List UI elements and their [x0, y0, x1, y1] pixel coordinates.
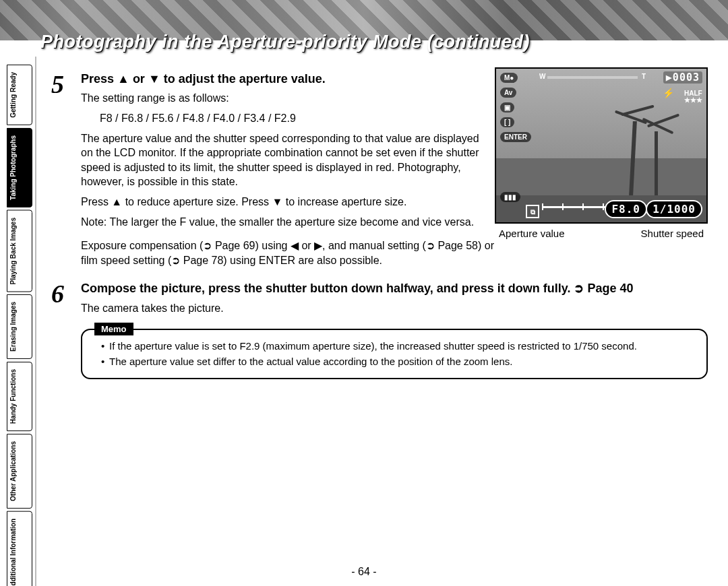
step-6-heading: Compose the picture, press the shutter b…	[81, 281, 688, 296]
page-number: - 64 -	[0, 566, 728, 578]
memo-list: If the aperture value is set to F2.9 (ma…	[101, 339, 694, 368]
divider	[35, 57, 36, 586]
tab-other-applications[interactable]: Other Applications	[7, 434, 32, 509]
step5-para1: The aperture value and the shutter speed…	[81, 131, 485, 189]
page-title-bar: Photography in the Aperture-priority Mod…	[40, 27, 721, 57]
tab-handy-functions[interactable]: Handy Functions	[7, 362, 32, 431]
step-number-6: 6	[49, 280, 78, 309]
memo-box: Memo If the aperture value is set to F2.…	[81, 329, 708, 379]
step-5-heading: Press ▲ or ▼ to adjust the aperture valu…	[81, 71, 708, 87]
range-intro: The setting range is as follows:	[81, 91, 485, 106]
memo-item: The aperture value set differ to the act…	[101, 355, 694, 368]
step-5: 5 Press ▲ or ▼ to adjust the aperture va…	[81, 71, 708, 267]
svg-text:6: 6	[51, 280, 64, 308]
memo-item: If the aperture value is set to F2.9 (ma…	[101, 339, 694, 353]
tab-erasing-images[interactable]: Erasing Images	[7, 294, 32, 359]
section-tabs: Getting Ready Taking Photographs Playing…	[7, 65, 32, 586]
tab-getting-ready[interactable]: Getting Ready	[7, 65, 32, 125]
step-6-body: The camera takes the picture.	[81, 301, 485, 316]
page-title: Photography in the Aperture-priority Mod…	[40, 32, 530, 53]
manual-page: Photography in the Aperture-priority Mod…	[0, 0, 728, 586]
main-content: 5 Press ▲ or ▼ to adjust the aperture va…	[40, 65, 715, 559]
range-values: F8 / F6.8 / F5.6 / F4.8 / F4.0 / F3.4 / …	[100, 111, 504, 126]
tab-playing-back-images[interactable]: Playing Back Images	[7, 210, 32, 292]
tab-taking-photographs[interactable]: Taking Photographs	[7, 128, 32, 207]
step5-exposure: Exposure compensation (➲ Page 69) using …	[81, 238, 512, 267]
step-number-5: 5	[49, 70, 78, 100]
memo-label: Memo	[94, 323, 133, 335]
step-6: 6 Compose the picture, press the shutter…	[81, 281, 708, 315]
svg-text:5: 5	[51, 70, 64, 98]
step5-note: Note: The larger the F value, the smalle…	[81, 215, 512, 230]
step5-para2: Press ▲ to reduce aperture size. Press ▼…	[81, 195, 512, 209]
